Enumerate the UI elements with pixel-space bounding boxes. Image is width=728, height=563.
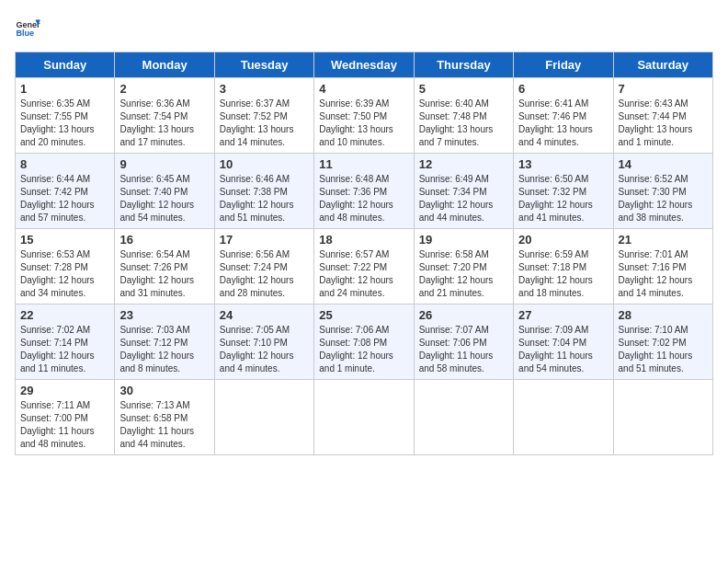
dow-header: Wednesday	[314, 52, 414, 78]
calendar-cell: 15Sunrise: 6:53 AMSunset: 7:28 PMDayligh…	[16, 229, 115, 304]
day-info: Sunrise: 7:01 AMSunset: 7:16 PMDaylight:…	[619, 249, 693, 298]
day-info: Sunrise: 6:44 AMSunset: 7:42 PMDaylight:…	[20, 174, 95, 223]
day-info: Sunrise: 6:52 AMSunset: 7:30 PMDaylight:…	[619, 174, 693, 223]
day-info: Sunrise: 6:53 AMSunset: 7:28 PMDaylight:…	[20, 249, 95, 298]
day-number: 16	[119, 233, 209, 247]
dow-header: Thursday	[414, 52, 513, 78]
calendar-cell: 2Sunrise: 6:36 AMSunset: 7:54 PMDaylight…	[115, 78, 214, 154]
day-info: Sunrise: 6:35 AMSunset: 7:55 PMDaylight:…	[20, 98, 95, 147]
calendar-cell: 16Sunrise: 6:54 AMSunset: 7:26 PMDayligh…	[115, 229, 214, 304]
day-number: 9	[119, 157, 209, 171]
day-number: 24	[220, 308, 309, 322]
days-of-week-row: SundayMondayTuesdayWednesdayThursdayFrid…	[16, 52, 713, 78]
day-number: 21	[619, 233, 708, 247]
day-number: 17	[220, 233, 309, 247]
calendar-cell: 10Sunrise: 6:46 AMSunset: 7:38 PMDayligh…	[214, 154, 313, 229]
day-number: 29	[20, 384, 109, 397]
day-info: Sunrise: 6:54 AMSunset: 7:26 PMDaylight:…	[119, 249, 194, 298]
day-info: Sunrise: 7:10 AMSunset: 7:02 PMDaylight:…	[619, 325, 693, 373]
calendar-cell	[613, 380, 712, 455]
day-info: Sunrise: 6:37 AMSunset: 7:52 PMDaylight:…	[220, 98, 294, 147]
calendar-cell	[514, 380, 613, 455]
day-info: Sunrise: 6:49 AMSunset: 7:34 PMDaylight:…	[419, 174, 494, 223]
calendar-cell: 23Sunrise: 7:03 AMSunset: 7:12 PMDayligh…	[115, 304, 214, 380]
calendar-week-row: 29Sunrise: 7:11 AMSunset: 7:00 PMDayligh…	[16, 380, 713, 455]
day-info: Sunrise: 6:57 AMSunset: 7:22 PMDaylight:…	[319, 249, 393, 298]
day-info: Sunrise: 6:36 AMSunset: 7:54 PMDaylight:…	[119, 98, 194, 147]
calendar-cell: 24Sunrise: 7:05 AMSunset: 7:10 PMDayligh…	[214, 304, 313, 380]
calendar-cell: 9Sunrise: 6:45 AMSunset: 7:40 PMDaylight…	[115, 154, 214, 229]
calendar-cell: 29Sunrise: 7:11 AMSunset: 7:00 PMDayligh…	[16, 380, 115, 455]
calendar-cell: 13Sunrise: 6:50 AMSunset: 7:32 PMDayligh…	[514, 154, 613, 229]
calendar-week-row: 15Sunrise: 6:53 AMSunset: 7:28 PMDayligh…	[16, 229, 713, 304]
day-info: Sunrise: 7:13 AMSunset: 6:58 PMDaylight:…	[119, 400, 194, 449]
calendar-cell: 18Sunrise: 6:57 AMSunset: 7:22 PMDayligh…	[314, 229, 414, 304]
day-number: 28	[619, 308, 708, 322]
day-info: Sunrise: 7:11 AMSunset: 7:00 PMDaylight:…	[20, 400, 95, 449]
day-number: 26	[419, 308, 508, 322]
day-number: 13	[518, 157, 608, 171]
calendar-cell: 25Sunrise: 7:06 AMSunset: 7:08 PMDayligh…	[314, 304, 414, 380]
day-number: 15	[20, 233, 109, 247]
day-info: Sunrise: 7:09 AMSunset: 7:04 PMDaylight:…	[518, 325, 593, 373]
calendar-cell: 8Sunrise: 6:44 AMSunset: 7:42 PMDaylight…	[16, 154, 115, 229]
day-number: 8	[20, 157, 109, 171]
calendar-cell	[314, 380, 414, 455]
day-info: Sunrise: 6:43 AMSunset: 7:44 PMDaylight:…	[619, 98, 693, 147]
day-info: Sunrise: 6:40 AMSunset: 7:48 PMDaylight:…	[419, 98, 494, 147]
day-number: 25	[319, 308, 408, 322]
day-number: 10	[220, 157, 309, 171]
day-number: 20	[518, 233, 608, 247]
calendar-cell: 26Sunrise: 7:07 AMSunset: 7:06 PMDayligh…	[414, 304, 513, 380]
calendar-cell	[414, 380, 513, 455]
day-info: Sunrise: 7:05 AMSunset: 7:10 PMDaylight:…	[220, 325, 294, 373]
day-info: Sunrise: 7:07 AMSunset: 7:06 PMDaylight:…	[419, 325, 494, 373]
calendar-cell	[214, 380, 313, 455]
calendar-week-row: 8Sunrise: 6:44 AMSunset: 7:42 PMDaylight…	[16, 154, 713, 229]
calendar-cell: 4Sunrise: 6:39 AMSunset: 7:50 PMDaylight…	[314, 78, 414, 154]
day-number: 30	[119, 384, 209, 397]
calendar-cell: 28Sunrise: 7:10 AMSunset: 7:02 PMDayligh…	[613, 304, 712, 380]
calendar-week-row: 1Sunrise: 6:35 AMSunset: 7:55 PMDaylight…	[16, 78, 713, 154]
day-number: 6	[518, 82, 608, 96]
dow-header: Saturday	[613, 52, 712, 78]
day-number: 14	[619, 157, 708, 171]
calendar-cell: 3Sunrise: 6:37 AMSunset: 7:52 PMDaylight…	[214, 78, 313, 154]
calendar-cell: 11Sunrise: 6:48 AMSunset: 7:36 PMDayligh…	[314, 154, 414, 229]
dow-header: Sunday	[16, 52, 115, 78]
calendar-cell: 5Sunrise: 6:40 AMSunset: 7:48 PMDaylight…	[414, 78, 513, 154]
dow-header: Tuesday	[214, 52, 313, 78]
day-number: 7	[619, 82, 708, 96]
day-info: Sunrise: 6:39 AMSunset: 7:50 PMDaylight:…	[319, 98, 393, 147]
day-number: 19	[419, 233, 508, 247]
header: General Blue	[15, 15, 713, 40]
logo-icon: General Blue	[15, 15, 40, 40]
day-number: 27	[518, 308, 608, 322]
calendar-cell: 19Sunrise: 6:58 AMSunset: 7:20 PMDayligh…	[414, 229, 513, 304]
day-info: Sunrise: 6:56 AMSunset: 7:24 PMDaylight:…	[220, 249, 294, 298]
calendar-cell: 17Sunrise: 6:56 AMSunset: 7:24 PMDayligh…	[214, 229, 313, 304]
day-info: Sunrise: 6:58 AMSunset: 7:20 PMDaylight:…	[419, 249, 494, 298]
day-number: 1	[20, 82, 109, 96]
day-number: 2	[119, 82, 209, 96]
day-number: 18	[319, 233, 408, 247]
calendar-body: 1Sunrise: 6:35 AMSunset: 7:55 PMDaylight…	[16, 78, 713, 455]
calendar-cell: 12Sunrise: 6:49 AMSunset: 7:34 PMDayligh…	[414, 154, 513, 229]
calendar-cell: 14Sunrise: 6:52 AMSunset: 7:30 PMDayligh…	[613, 154, 712, 229]
logo: General Blue	[15, 15, 40, 40]
calendar-cell: 22Sunrise: 7:02 AMSunset: 7:14 PMDayligh…	[16, 304, 115, 380]
day-number: 5	[419, 82, 508, 96]
day-number: 11	[319, 157, 408, 171]
day-info: Sunrise: 6:59 AMSunset: 7:18 PMDaylight:…	[518, 249, 593, 298]
day-info: Sunrise: 7:06 AMSunset: 7:08 PMDaylight:…	[319, 325, 393, 373]
calendar-cell: 20Sunrise: 6:59 AMSunset: 7:18 PMDayligh…	[514, 229, 613, 304]
calendar-cell: 21Sunrise: 7:01 AMSunset: 7:16 PMDayligh…	[613, 229, 712, 304]
calendar-table: SundayMondayTuesdayWednesdayThursdayFrid…	[15, 52, 713, 455]
dow-header: Friday	[514, 52, 613, 78]
day-info: Sunrise: 6:48 AMSunset: 7:36 PMDaylight:…	[319, 174, 393, 223]
calendar-cell: 1Sunrise: 6:35 AMSunset: 7:55 PMDaylight…	[16, 78, 115, 154]
day-info: Sunrise: 7:03 AMSunset: 7:12 PMDaylight:…	[119, 325, 194, 373]
calendar-week-row: 22Sunrise: 7:02 AMSunset: 7:14 PMDayligh…	[16, 304, 713, 380]
day-number: 23	[119, 308, 209, 322]
calendar-cell: 30Sunrise: 7:13 AMSunset: 6:58 PMDayligh…	[115, 380, 214, 455]
